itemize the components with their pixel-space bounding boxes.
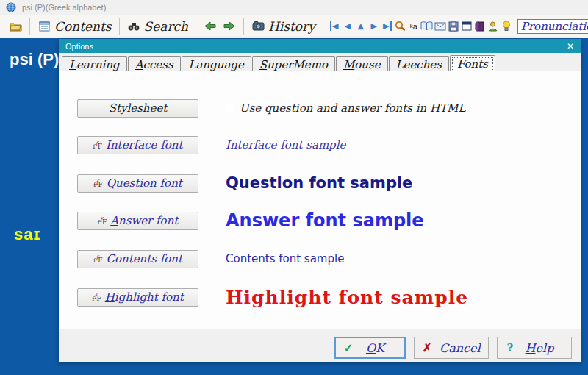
magnifier-icon[interactable] [394, 21, 407, 32]
forward-arrow-icon [223, 21, 236, 32]
back-arrow-icon [204, 21, 217, 32]
options-dialog: Options ✕ Learning Access Language Super… [59, 39, 581, 362]
interface-font-row: Interface font Interface font sample [77, 135, 562, 154]
question-font-sample: Question font sample [226, 174, 412, 192]
search-label: Search [144, 19, 188, 34]
element-answer-text: saɪ [14, 225, 40, 244]
interface-font-sample: Interface font sample [226, 138, 345, 151]
toolbar-separator [243, 18, 244, 35]
open-folder-icon [9, 21, 22, 32]
contents-label: Contents [54, 19, 112, 34]
font-icon [98, 215, 107, 226]
check-icon: ✓ [336, 341, 361, 354]
binoculars-icon [127, 21, 140, 32]
lexicon-book-icon[interactable] [473, 21, 487, 32]
answer-font-row: Answer font Answer font sample [77, 211, 562, 230]
app-titlebar: psi (P)(Greek alphabet) [0, 0, 588, 15]
history-icon [251, 21, 265, 32]
toolbar-separator [29, 18, 30, 35]
toolbar-separator [323, 18, 323, 35]
question-mark-icon: ? [498, 341, 523, 354]
previous-element-icon[interactable] [341, 21, 354, 31]
globe-icon [4, 1, 18, 13]
tab-label: SuperMemo [259, 58, 328, 71]
open-collection-button[interactable] [6, 21, 25, 32]
save-icon[interactable] [447, 21, 460, 32]
spell-pad-icon[interactable] [407, 21, 420, 32]
history-button[interactable]: History [248, 19, 318, 34]
history-label: History [268, 19, 315, 34]
close-icon[interactable]: ✕ [567, 41, 574, 51]
element-question-text: psi (P) [10, 50, 59, 69]
tab-label: Language [189, 58, 244, 71]
highlight-font-row: Highlight font Highlight font sample [77, 288, 562, 307]
next-element-icon[interactable] [368, 21, 381, 31]
font-icon [93, 178, 103, 189]
tab-label: Mouse [343, 58, 381, 71]
back-button[interactable] [201, 21, 220, 32]
interface-font-button[interactable]: Interface font [77, 136, 198, 154]
user-icon[interactable] [487, 21, 500, 32]
button-label: Stylesheet [109, 101, 168, 115]
dialog-titlebar[interactable]: Options ✕ [59, 39, 581, 53]
last-element-icon[interactable] [381, 21, 394, 31]
help-button[interactable]: ? Help [497, 337, 572, 359]
contents-font-sample: Contents font sample [226, 252, 344, 265]
element-title-input[interactable] [517, 19, 588, 34]
stylesheet-row: Stylesheet Use question and answer fonts… [77, 99, 562, 118]
button-label: Cancel [440, 341, 481, 355]
tab-label: Access [135, 58, 173, 71]
question-font-button[interactable]: Question font [77, 174, 198, 193]
font-icon [92, 292, 101, 303]
cancel-button[interactable]: ✗ Cancel [414, 337, 489, 359]
window-title: psi (P)(Greek alphabet) [22, 3, 106, 12]
toolbar-separator [196, 18, 196, 35]
forward-button[interactable] [220, 21, 239, 32]
tab-label: Learning [69, 58, 120, 71]
mail-icon[interactable] [434, 21, 447, 32]
dialog-footer: ✓ OK ✗ Cancel ? Help [59, 329, 581, 362]
html-fonts-option: Use question and answer fonts in HTML [226, 101, 465, 115]
answer-font-button[interactable]: Answer font [77, 212, 198, 230]
html-fonts-checkbox-label: Use question and answer fonts in HTML [240, 101, 465, 115]
contents-font-row: Contents font Contents font sample [77, 249, 562, 268]
button-label: Contents font [107, 252, 183, 265]
font-icon [93, 140, 102, 151]
button-label: Highlight font [105, 290, 184, 304]
button-label: Help [523, 341, 556, 355]
dictionary-open-icon[interactable] [420, 21, 434, 32]
highlight-font-sample: Highlight font sample [226, 287, 468, 308]
ok-button[interactable]: ✓ OK [334, 337, 406, 359]
window-icon[interactable] [460, 21, 473, 32]
search-button[interactable]: Search [124, 19, 191, 34]
highlight-font-button[interactable]: Highlight font [77, 288, 198, 307]
contents-icon [37, 21, 51, 32]
lightbulb-icon[interactable] [500, 21, 513, 32]
fonts-tab-sheet: Stylesheet Use question and answer fonts… [59, 71, 581, 329]
question-font-row: Question font Question font sample [77, 174, 562, 193]
main-toolbar: Contents Search History [0, 15, 588, 38]
first-element-icon[interactable] [328, 21, 341, 31]
html-fonts-checkbox[interactable] [226, 104, 234, 113]
contents-button[interactable]: Contents [35, 19, 115, 34]
button-label: OK [361, 341, 390, 355]
parent-element-icon[interactable] [354, 21, 368, 31]
answer-font-sample: Answer font sample [226, 210, 424, 231]
app-window: { "app": { "titlebar": { "title": "psi (… [0, 0, 588, 375]
toolbar-separator [119, 18, 120, 35]
cross-icon: ✗ [415, 341, 440, 354]
button-label: Interface font [106, 138, 182, 151]
stylesheet-button[interactable]: Stylesheet [77, 99, 198, 118]
contents-font-button[interactable]: Contents font [77, 250, 198, 268]
dialog-title: Options [65, 42, 93, 51]
tab-label: Leeches [396, 58, 442, 71]
button-label: Question font [107, 176, 182, 190]
font-icon [93, 254, 103, 265]
tab-label: Fonts [457, 57, 488, 71]
button-label: Answer font [110, 214, 178, 227]
